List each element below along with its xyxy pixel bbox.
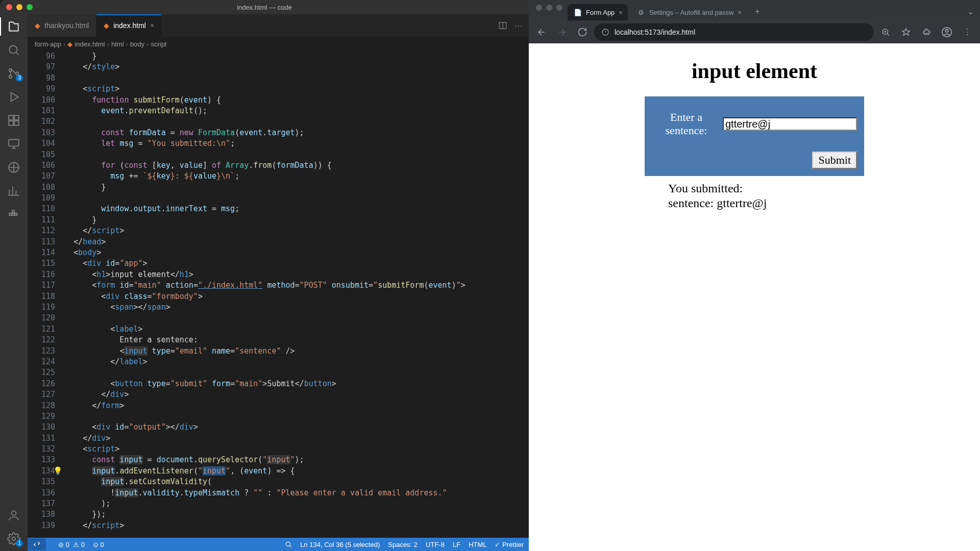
bookmark-icon[interactable] (897, 23, 915, 41)
sentence-label: Enter a sentence: (652, 111, 721, 137)
fullscreen-window-icon[interactable] (27, 4, 33, 10)
tab-thankyou[interactable]: ◆ thankyou.html (28, 14, 96, 37)
status-spaces[interactable]: Spaces: 2 (388, 541, 418, 548)
graph-icon[interactable] (7, 184, 21, 198)
svg-rect-10 (9, 213, 11, 215)
source-control-icon[interactable]: 3 (7, 66, 21, 81)
status-bar: ⊘ 0 ⚠ 0 ⊙ 0 Ln 134, Col 36 (5 selected) … (28, 538, 529, 551)
svg-point-17 (286, 542, 290, 546)
settings-gear-icon[interactable]: 1 (7, 532, 21, 546)
browser-tabstrip: 📄 Form App × ⚙ Settings – Autofill and p… (529, 0, 980, 20)
tab-label: index.html (113, 21, 146, 30)
vscode-titlebar[interactable]: index.html — code (0, 0, 529, 14)
svg-rect-11 (12, 213, 14, 215)
address-bar[interactable]: localhost:5173/index.html (594, 23, 874, 41)
browser-tab-settings[interactable]: ⚙ Settings – Autofill and passw × (631, 4, 747, 20)
tab-title: Form App (586, 9, 615, 16)
vscode-window: index.html — code 3 (0, 0, 529, 551)
editor-area: ◆ thankyou.html ◆ index.html × ⋯ (28, 14, 529, 551)
chrome-top: 📄 Form App × ⚙ Settings – Autofill and p… (529, 0, 980, 43)
explorer-icon[interactable] (7, 19, 21, 34)
status-cursor[interactable]: Ln 134, Col 36 (5 selected) (300, 541, 380, 548)
svg-rect-5 (14, 115, 19, 120)
page-heading: input element (645, 59, 864, 83)
status-formatter[interactable]: ✓ Prettier (495, 541, 524, 548)
window-controls (6, 4, 33, 10)
activity-bar: 3 (0, 14, 28, 551)
close-icon[interactable]: × (619, 9, 623, 16)
svg-rect-6 (9, 121, 13, 126)
page-favicon-icon: 📄 (574, 8, 582, 16)
svg-rect-4 (9, 115, 13, 120)
sentence-input[interactable] (723, 117, 857, 131)
extensions-puzzle-icon[interactable] (918, 23, 935, 41)
breadcrumb-item[interactable]: index.html (75, 40, 105, 48)
status-errors[interactable]: ⊘ 0 ⚠ 0 (58, 541, 85, 548)
breadcrumb-item[interactable]: html (111, 40, 124, 48)
url-text: localhost:5173/index.html (615, 28, 695, 36)
profile-avatar-icon[interactable] (938, 23, 955, 41)
svg-point-14 (12, 511, 16, 515)
svg-point-2 (9, 76, 12, 78)
svg-point-15 (12, 537, 16, 541)
tab-actions: ⋯ (492, 14, 529, 37)
tab-label: thankyou.html (44, 21, 89, 30)
status-ports[interactable]: ⊙ 0 (93, 541, 104, 548)
code-editor[interactable]: 9697989910010110210310410510610710810911… (28, 51, 529, 538)
status-eol[interactable]: LF (453, 541, 460, 548)
minimize-window-icon[interactable] (16, 4, 22, 10)
docker-icon[interactable] (7, 207, 21, 221)
status-find[interactable] (285, 541, 292, 548)
testing-icon[interactable] (7, 160, 21, 174)
form-row: Enter a sentence: (652, 111, 857, 137)
svg-rect-12 (15, 213, 17, 215)
status-language[interactable]: HTML (469, 541, 486, 548)
extensions-icon[interactable] (7, 113, 21, 128)
breadcrumb-item[interactable]: form-app (35, 40, 61, 48)
output-text: You submitted: sentence: gttertre@j (645, 181, 864, 211)
status-encoding[interactable]: UTF-8 (426, 541, 445, 548)
run-debug-icon[interactable] (7, 90, 21, 104)
split-editor-icon[interactable] (498, 21, 507, 30)
breadcrumb-item[interactable]: body (130, 40, 144, 48)
svg-rect-7 (14, 121, 19, 126)
breadcrumb[interactable]: form-app› ◆ index.html› html› body› scri… (28, 37, 529, 51)
back-button[interactable] (533, 23, 550, 41)
accounts-icon[interactable] (7, 508, 21, 522)
html-file-icon: ◆ (104, 21, 109, 30)
settings-favicon-icon: ⚙ (637, 8, 645, 16)
window-controls (536, 5, 562, 11)
forward-button[interactable] (553, 23, 571, 41)
submit-button[interactable]: Submit (812, 152, 857, 169)
breadcrumb-item[interactable]: script (151, 40, 166, 48)
close-icon[interactable]: × (150, 21, 154, 30)
close-icon[interactable]: × (738, 9, 742, 16)
minimize-window-icon[interactable] (546, 5, 552, 11)
tab-search-icon[interactable]: ⌄ (961, 7, 980, 20)
svg-point-0 (9, 45, 17, 53)
chrome-window: 📄 Form App × ⚙ Settings – Autofill and p… (529, 0, 980, 551)
svg-rect-13 (12, 210, 14, 212)
svg-rect-8 (9, 139, 19, 146)
remote-indicator[interactable] (28, 538, 46, 550)
new-tab-button[interactable]: + (750, 7, 765, 20)
tab-index[interactable]: ◆ index.html × (96, 14, 162, 37)
more-icon[interactable]: ⋯ (514, 21, 523, 31)
html-file-icon: ◆ (67, 40, 72, 48)
window-title: index.html — code (237, 4, 292, 11)
code-content[interactable]: } </style> <script> function submitForm(… (64, 51, 529, 538)
tab-title: Settings – Autofill and passw (649, 9, 734, 16)
search-icon[interactable] (7, 43, 21, 57)
close-window-icon[interactable] (536, 5, 542, 11)
site-info-icon[interactable] (601, 28, 609, 36)
close-window-icon[interactable] (6, 4, 12, 10)
svg-point-1 (9, 69, 12, 71)
fullscreen-window-icon[interactable] (556, 5, 562, 11)
form-container: Enter a sentence: Submit (645, 96, 864, 176)
remote-explorer-icon[interactable] (7, 137, 21, 151)
zoom-icon[interactable] (877, 23, 894, 41)
reload-button[interactable] (574, 23, 591, 41)
browser-tab-form-app[interactable]: 📄 Form App × (568, 4, 628, 20)
chrome-menu-icon[interactable]: ⋮ (959, 23, 976, 41)
browser-toolbar: localhost:5173/index.html ⋮ (529, 20, 980, 43)
